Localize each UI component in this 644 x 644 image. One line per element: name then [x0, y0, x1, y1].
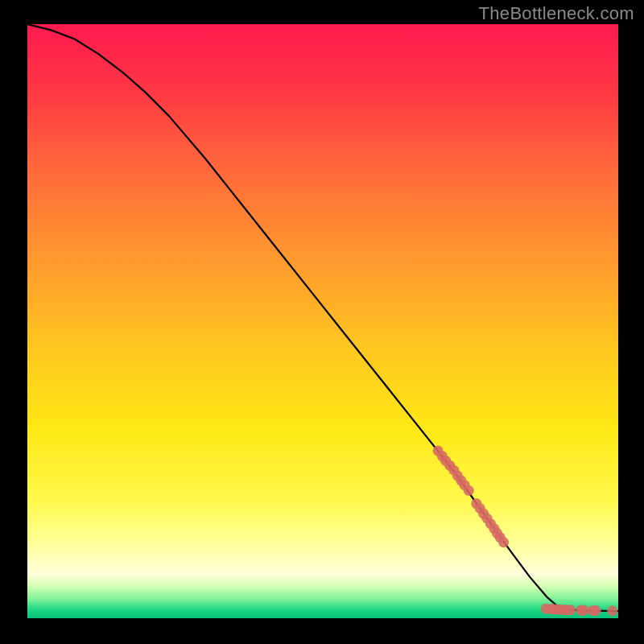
data-point: [591, 605, 601, 616]
plot-area: [27, 24, 618, 618]
chart-stage: TheBottleneck.com: [0, 0, 644, 644]
watermark-text: TheBottleneck.com: [479, 3, 634, 24]
data-point: [498, 537, 509, 547]
data-point: [607, 605, 617, 616]
scatter-points: [433, 445, 618, 616]
curve-line: [27, 24, 618, 611]
data-point: [565, 605, 576, 615]
chart-overlay: [27, 24, 618, 618]
data-point: [464, 485, 474, 496]
